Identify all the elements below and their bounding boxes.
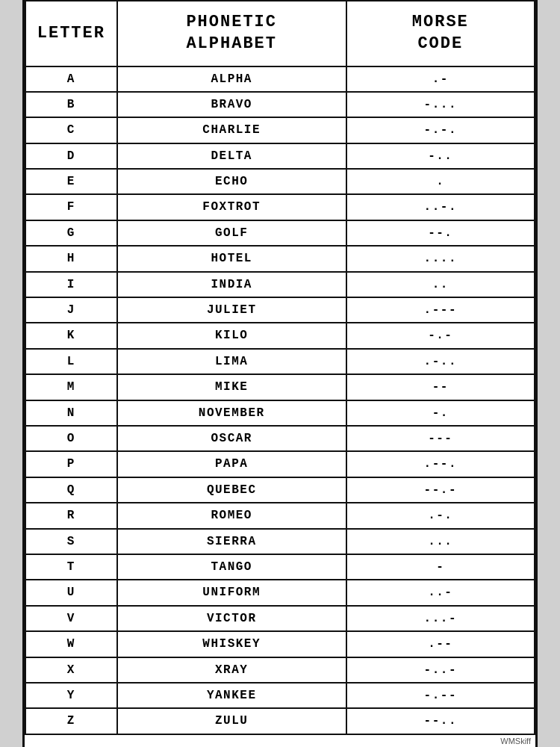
table-row: IINDIA.. — [25, 272, 535, 297]
table-row: DDELTA-.. — [25, 143, 535, 169]
cell-letter: Z — [25, 708, 117, 734]
table-row: LLIMA.-.. — [25, 349, 535, 374]
cell-letter: D — [25, 143, 117, 169]
cell-letter: U — [25, 580, 117, 605]
cell-letter: S — [25, 529, 117, 554]
cell-morse: -- — [346, 374, 535, 400]
cell-letter: O — [25, 426, 117, 451]
cell-morse: ... — [346, 529, 535, 554]
table-row: EECHO. — [25, 169, 535, 194]
cell-phonetic: QUEBEC — [117, 477, 346, 503]
table-row: UUNIFORM..- — [25, 580, 535, 605]
cell-phonetic: OSCAR — [117, 426, 346, 451]
cell-phonetic: SIERRA — [117, 529, 346, 554]
table-header-row: LETTER PHONETICALPHABET MORSECODE — [25, 1, 535, 66]
cell-morse: -..- — [346, 657, 535, 683]
cell-letter: G — [25, 220, 117, 246]
table-row: JJULIET.--- — [25, 297, 535, 323]
cell-morse: .-. — [346, 503, 535, 528]
morse-code-card: LETTER PHONETICALPHABET MORSECODE AALPHA… — [22, 0, 538, 747]
cell-phonetic: LIMA — [117, 349, 346, 374]
cell-phonetic: DELTA — [117, 143, 346, 169]
table-row: AALPHA.- — [25, 66, 535, 92]
cell-morse: --- — [346, 426, 535, 451]
cell-morse: . — [346, 169, 535, 194]
cell-phonetic: ROMEO — [117, 503, 346, 528]
table-row: CCHARLIE-.-. — [25, 117, 535, 143]
cell-letter: C — [25, 117, 117, 143]
table-row: VVICTOR...- — [25, 606, 535, 631]
cell-letter: T — [25, 554, 117, 580]
cell-morse: --.- — [346, 477, 535, 503]
cell-letter: F — [25, 194, 117, 220]
cell-morse: ..- — [346, 580, 535, 605]
table-row: YYANKEE-.-- — [25, 683, 535, 708]
cell-phonetic: ALPHA — [117, 66, 346, 92]
cell-morse: ...- — [346, 606, 535, 631]
cell-phonetic: ECHO — [117, 169, 346, 194]
cell-letter: E — [25, 169, 117, 194]
header-letter: LETTER — [25, 1, 117, 66]
cell-phonetic: JULIET — [117, 297, 346, 323]
cell-letter: L — [25, 349, 117, 374]
cell-morse: .- — [346, 66, 535, 92]
cell-letter: P — [25, 451, 117, 477]
cell-morse: -... — [346, 92, 535, 117]
header-phonetic: PHONETICALPHABET — [117, 1, 346, 66]
cell-phonetic: KILO — [117, 323, 346, 348]
table-row: WWHISKEY.-- — [25, 631, 535, 657]
table-row: OOSCAR--- — [25, 426, 535, 451]
table-row: MMIKE-- — [25, 374, 535, 400]
cell-morse: .. — [346, 272, 535, 297]
cell-phonetic: HOTEL — [117, 246, 346, 271]
table-row: NNOVEMBER-. — [25, 400, 535, 426]
cell-morse: -. — [346, 400, 535, 426]
cell-phonetic: ZULU — [117, 708, 346, 734]
cell-morse: .--- — [346, 297, 535, 323]
cell-morse: -.. — [346, 143, 535, 169]
cell-letter: Q — [25, 477, 117, 503]
cell-morse: --. — [346, 220, 535, 246]
cell-letter: R — [25, 503, 117, 528]
cell-phonetic: VICTOR — [117, 606, 346, 631]
cell-phonetic: YANKEE — [117, 683, 346, 708]
cell-phonetic: INDIA — [117, 272, 346, 297]
table-row: FFOXTROT..-. — [25, 194, 535, 220]
table-row: BBRAVO-... — [25, 92, 535, 117]
cell-morse: --.. — [346, 708, 535, 734]
cell-phonetic: UNIFORM — [117, 580, 346, 605]
table-row: HHOTEL.... — [25, 246, 535, 271]
cell-letter: B — [25, 92, 117, 117]
table-row: ZZULU--.. — [25, 708, 535, 734]
table-row: XXRAY-..- — [25, 657, 535, 683]
cell-letter: M — [25, 374, 117, 400]
cell-letter: V — [25, 606, 117, 631]
table-row: RROMEO.-. — [25, 503, 535, 528]
cell-phonetic: PAPA — [117, 451, 346, 477]
cell-letter: J — [25, 297, 117, 323]
cell-letter: H — [25, 246, 117, 271]
table-row: KKILO-.- — [25, 323, 535, 348]
cell-morse: .-- — [346, 631, 535, 657]
table-row: SSIERRA... — [25, 529, 535, 554]
cell-phonetic: CHARLIE — [117, 117, 346, 143]
cell-letter: W — [25, 631, 117, 657]
header-morse: MORSECODE — [346, 1, 535, 66]
table-row: PPAPA.--. — [25, 451, 535, 477]
cell-morse: - — [346, 554, 535, 580]
cell-morse: -.-. — [346, 117, 535, 143]
cell-morse: ..-. — [346, 194, 535, 220]
table-row: GGOLF--. — [25, 220, 535, 246]
cell-letter: Y — [25, 683, 117, 708]
cell-morse: .... — [346, 246, 535, 271]
cell-letter: X — [25, 657, 117, 683]
cell-morse: .-.. — [346, 349, 535, 374]
cell-phonetic: BRAVO — [117, 92, 346, 117]
cell-morse: -.-- — [346, 683, 535, 708]
cell-phonetic: GOLF — [117, 220, 346, 246]
cell-letter: N — [25, 400, 117, 426]
cell-phonetic: MIKE — [117, 374, 346, 400]
morse-table: LETTER PHONETICALPHABET MORSECODE AALPHA… — [25, 0, 535, 734]
watermark: WMSkiff — [25, 735, 535, 747]
cell-phonetic: WHISKEY — [117, 631, 346, 657]
